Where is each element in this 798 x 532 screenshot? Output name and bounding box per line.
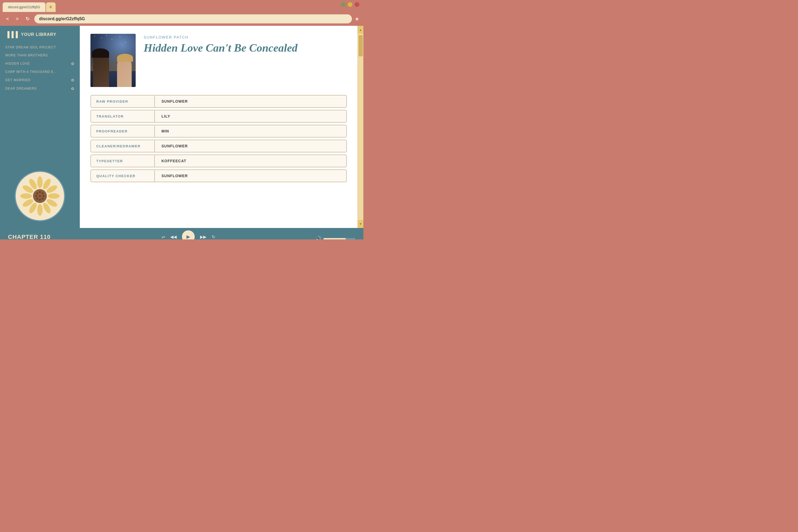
credit-label-qc: QUALITY CHECKER: [91, 170, 155, 182]
svg-point-0: [37, 176, 42, 188]
sidebar-item-more-than-brothers[interactable]: MORE THAN BROTHERS: [0, 51, 80, 59]
back-button[interactable]: <: [4, 15, 11, 23]
player-controls: ⇌ ◀◀ ▶ ▶▶ ↻: [66, 230, 310, 240]
library-icon: ▐▐▐: [5, 31, 18, 38]
svg-point-13: [39, 191, 41, 193]
sidebar-header: ▐▐▐ YOUR LIBRARY: [0, 26, 80, 42]
scrollbar: ▲ ▼: [358, 26, 363, 228]
credit-value-qc: SUNFLOWER: [155, 170, 194, 182]
credits-table: RAW PROVIDER SUNFLOWER TRANSLATOR LILY P…: [91, 95, 347, 182]
shuffle-button[interactable]: ⇌: [162, 234, 165, 240]
nav-bar: < > ↻ ★: [0, 12, 363, 26]
svg-point-18: [36, 198, 38, 200]
sidebar-item-label: MORE THAN BROTHERS: [5, 54, 48, 57]
sidebar-nav: STAR DREAM IDOL PROJECT MORE THAN BROTHE…: [0, 42, 80, 164]
heart-icon-3: ✿: [71, 87, 75, 91]
sidebar-item-label: STAR DREAM IDOL PROJECT: [5, 45, 56, 49]
track-chapter: CHAPTER 110: [8, 233, 61, 240]
address-bar[interactable]: [34, 14, 352, 23]
sidebar-item-label: GET MARRIED: [5, 78, 30, 82]
sidebar-item-label: DEAR DREAMERS: [5, 87, 37, 91]
credit-row-proofreader: PROOFREADER MIN: [91, 125, 347, 137]
manga-header: SUNFLOWER PATCH Hidden Love Can't Be Con…: [91, 34, 347, 87]
sunflower-svg: [19, 175, 61, 217]
scroll-up-button[interactable]: ▲: [358, 26, 364, 34]
play-button[interactable]: ▶: [182, 230, 195, 240]
sunflower-logo: [13, 169, 66, 223]
credit-value-translator: LILY: [155, 110, 177, 122]
credit-row-raw: RAW PROVIDER SUNFLOWER: [91, 95, 347, 108]
sidebar-item-get-married[interactable]: GET MARRIED ✿: [0, 76, 80, 84]
sidebar-item-star-dream[interactable]: STAR DREAM IDOL PROJECT: [0, 43, 80, 51]
new-tab-button[interactable]: +: [46, 2, 56, 12]
browser-window: ▐▐▐ YOUR LIBRARY STAR DREAM IDOL PROJECT…: [0, 26, 363, 228]
next-button[interactable]: ▶▶: [200, 234, 206, 240]
minimize-button[interactable]: [341, 2, 345, 7]
bookmark-icon[interactable]: ★: [355, 16, 359, 22]
tab-label: discord.gg/erG2zffq5G: [8, 5, 40, 9]
svg-point-16: [42, 198, 44, 200]
credit-value-cleaner: SUNFLOWER: [155, 140, 194, 152]
main-content: SUNFLOWER PATCH Hidden Love Can't Be Con…: [80, 26, 358, 228]
manga-cover: [91, 34, 136, 87]
manga-title: Hidden Love Can't Be Concealed: [144, 41, 347, 54]
browser-chrome: discord.gg/erG2zffq5G + < > ↻ ★: [0, 0, 363, 26]
svg-point-17: [39, 199, 41, 201]
svg-point-19: [35, 195, 37, 197]
prev-button[interactable]: ◀◀: [170, 234, 177, 240]
window-controls: [341, 2, 359, 7]
sidebar-item-dear-dreamers[interactable]: DEAR DREAMERS ✿: [0, 84, 80, 93]
svg-point-21: [39, 195, 41, 197]
svg-point-14: [42, 193, 44, 194]
tab-bar: discord.gg/erG2zffq5G +: [0, 0, 363, 12]
volume-fill: [323, 238, 346, 240]
credit-label-raw: RAW PROVIDER: [91, 96, 155, 107]
sidebar-title: YOUR LIBRARY: [21, 32, 56, 37]
heart-icon: ✿: [71, 61, 75, 66]
credit-row-qc: QUALITY CHECKER SUNFLOWER: [91, 169, 347, 182]
repeat-button[interactable]: ↻: [212, 234, 215, 240]
credit-label-proofreader: PROOFREADER: [91, 126, 155, 137]
track-info: CHAPTER 110 MANGADEX/BATO: [8, 233, 61, 240]
close-button[interactable]: [355, 2, 359, 7]
scroll-thumb[interactable]: [359, 35, 363, 56]
active-tab[interactable]: discord.gg/erG2zffq5G: [3, 2, 45, 12]
sunflower-circle: [15, 171, 65, 221]
volume-icon: 🔊: [316, 236, 321, 240]
credit-row-translator: TRANSLATOR LILY: [91, 110, 347, 122]
volume-section: 🔊: [316, 236, 355, 240]
scroll-down-button[interactable]: ▼: [358, 220, 364, 228]
sidebar-item-hidden-love[interactable]: HIDDEN LOVE ✿: [0, 59, 80, 68]
volume-bar[interactable]: [323, 238, 355, 240]
credit-row-cleaner: CLEANER/REDRAWER SUNFLOWER: [91, 140, 347, 152]
credit-value-raw: SUNFLOWER: [155, 95, 194, 107]
maximize-button[interactable]: [348, 2, 353, 7]
svg-point-6: [37, 204, 42, 216]
forward-button[interactable]: >: [14, 15, 21, 23]
group-name: SUNFLOWER PATCH: [144, 35, 347, 39]
credit-value-typesetter: KOFFEECAT: [155, 155, 193, 167]
credit-value-proofreader: MIN: [155, 125, 176, 137]
sidebar-item-carp[interactable]: CARP WITH A THOUSAND E...: [0, 68, 80, 76]
credit-label-translator: TRANSLATOR: [91, 111, 155, 122]
heart-icon-2: ✿: [71, 78, 75, 82]
credit-row-typesetter: TYPESETTER KOFFEECAT: [91, 155, 347, 167]
manga-info: SUNFLOWER PATCH Hidden Love Can't Be Con…: [144, 34, 347, 87]
credit-label-typesetter: TYPESETTER: [91, 155, 155, 167]
sidebar: ▐▐▐ YOUR LIBRARY STAR DREAM IDOL PROJECT…: [0, 26, 80, 228]
svg-point-15: [43, 195, 45, 197]
svg-point-9: [20, 193, 32, 199]
refresh-button[interactable]: ↻: [23, 15, 32, 23]
player-bar: CHAPTER 110 MANGADEX/BATO ⇌ ◀◀ ▶ ▶▶ ↻ 🔊: [0, 228, 363, 240]
svg-point-3: [48, 193, 60, 199]
svg-point-20: [36, 193, 38, 194]
cover-illustration: [91, 34, 136, 87]
controls-row: ⇌ ◀◀ ▶ ▶▶ ↻: [162, 230, 215, 240]
sidebar-item-label: HIDDEN LOVE: [5, 62, 30, 65]
sidebar-item-label: CARP WITH A THOUSAND E...: [5, 70, 57, 74]
credit-label-cleaner: CLEANER/REDRAWER: [91, 140, 155, 152]
